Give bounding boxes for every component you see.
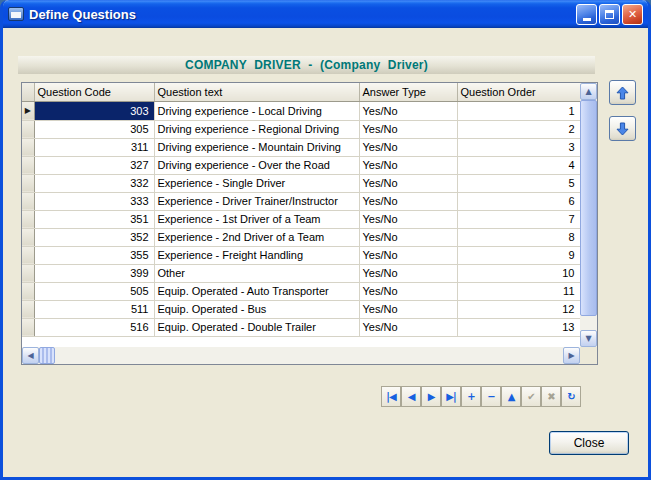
grid-cell[interactable]: Equip. Operated - Auto Transporter <box>154 282 359 300</box>
table-row[interactable]: 511Equip. Operated - BusYes/No12 <box>22 300 580 318</box>
row-selector[interactable] <box>22 174 34 192</box>
delete-record-button[interactable]: − <box>481 386 501 407</box>
grid-cell[interactable]: Experience - Freight Handling <box>154 246 359 264</box>
row-selector[interactable] <box>22 228 34 246</box>
first-record-button[interactable]: |◀ <box>381 386 401 407</box>
grid-cell[interactable]: 8 <box>457 228 580 246</box>
grid-cell[interactable]: Yes/No <box>359 101 457 120</box>
maximize-button[interactable] <box>599 4 620 25</box>
grid-cell[interactable]: Yes/No <box>359 174 457 192</box>
grid-cell[interactable]: 333 <box>34 192 154 210</box>
row-selector[interactable] <box>22 264 34 282</box>
grid-cell[interactable]: 11 <box>457 282 580 300</box>
prior-record-button[interactable]: ◀ <box>401 386 421 407</box>
grid-cell[interactable]: Driving experience - Mountain Driving <box>154 138 359 156</box>
table-row[interactable]: 351Experience - 1st Driver of a TeamYes/… <box>22 210 580 228</box>
grid-cell[interactable]: Driving experience - Local Driving <box>154 101 359 120</box>
grid-cell[interactable]: Yes/No <box>359 210 457 228</box>
grid-cell[interactable]: 303 <box>34 101 154 120</box>
grid-cell[interactable]: Yes/No <box>359 138 457 156</box>
row-selector[interactable] <box>22 156 34 174</box>
vertical-scroll-track[interactable] <box>580 100 597 330</box>
table-row[interactable]: 352Experience - 2nd Driver of a TeamYes/… <box>22 228 580 246</box>
row-selector[interactable] <box>22 282 34 300</box>
table-row[interactable]: 327Driving experience - Over the RoadYes… <box>22 156 580 174</box>
grid-cell[interactable]: Experience - 2nd Driver of a Team <box>154 228 359 246</box>
table-row[interactable]: 516Equip. Operated - Double TrailerYes/N… <box>22 318 580 336</box>
grid-cell[interactable]: 2 <box>457 120 580 138</box>
row-selector[interactable]: ▶ <box>22 101 34 120</box>
grid-cell[interactable]: Driving experience - Regional Driving <box>154 120 359 138</box>
grid-cell[interactable]: Experience - 1st Driver of a Team <box>154 210 359 228</box>
table-row[interactable]: 355Experience - Freight HandlingYes/No9 <box>22 246 580 264</box>
grid-cell[interactable]: Experience - Single Driver <box>154 174 359 192</box>
next-record-button[interactable]: ▶ <box>421 386 441 407</box>
table-row[interactable]: 332Experience - Single DriverYes/No5 <box>22 174 580 192</box>
grid-cell[interactable]: Yes/No <box>359 246 457 264</box>
grid-cell[interactable]: 1 <box>457 101 580 120</box>
minimize-button[interactable] <box>576 4 597 25</box>
row-selector[interactable] <box>22 192 34 210</box>
grid-cell[interactable]: Experience - Driver Trainer/Instructor <box>154 192 359 210</box>
grid-cell[interactable]: 511 <box>34 300 154 318</box>
close-window-button[interactable]: ✕ <box>622 4 643 25</box>
scroll-right-button[interactable]: ▶ <box>563 347 580 364</box>
row-selector[interactable] <box>22 138 34 156</box>
grid-cell[interactable]: Yes/No <box>359 300 457 318</box>
row-selector[interactable] <box>22 246 34 264</box>
row-selector[interactable] <box>22 300 34 318</box>
grid-cell[interactable]: Yes/No <box>359 192 457 210</box>
row-selector[interactable] <box>22 120 34 138</box>
grid-cell[interactable]: 12 <box>457 300 580 318</box>
col-header-question-text[interactable]: Question text <box>154 83 359 101</box>
grid-cell[interactable]: Yes/No <box>359 264 457 282</box>
grid-cell[interactable]: Driving experience - Over the Road <box>154 156 359 174</box>
grid-cell[interactable]: 9 <box>457 246 580 264</box>
grid-cell[interactable]: 351 <box>34 210 154 228</box>
col-header-answer-type[interactable]: Answer Type <box>359 83 457 101</box>
grid-cell[interactable]: 6 <box>457 192 580 210</box>
grid-cell[interactable]: 352 <box>34 228 154 246</box>
grid-cell[interactable]: 505 <box>34 282 154 300</box>
table-row[interactable]: 311Driving experience - Mountain Driving… <box>22 138 580 156</box>
grid-cell[interactable]: 13 <box>457 318 580 336</box>
row-selector[interactable] <box>22 318 34 336</box>
grid-cell[interactable]: 305 <box>34 120 154 138</box>
scroll-up-button[interactable]: ▲ <box>580 83 597 100</box>
grid-cell[interactable]: Equip. Operated - Bus <box>154 300 359 318</box>
grid-cell[interactable]: 7 <box>457 210 580 228</box>
horizontal-scrollbar[interactable]: ◀ ▶ <box>22 347 580 364</box>
horizontal-scroll-track[interactable] <box>55 347 563 364</box>
vertical-scrollbar[interactable]: ▲ ▼ <box>580 83 597 347</box>
col-header-question-code[interactable]: Question Code <box>34 83 154 101</box>
grid-cell[interactable]: Yes/No <box>359 120 457 138</box>
grid-cell[interactable]: Equip. Operated - Double Trailer <box>154 318 359 336</box>
grid-cell[interactable]: 516 <box>34 318 154 336</box>
scroll-left-button[interactable]: ◀ <box>22 347 39 364</box>
grid-cell[interactable]: Yes/No <box>359 156 457 174</box>
table-row[interactable]: ▶303Driving experience - Local DrivingYe… <box>22 101 580 120</box>
vertical-scroll-thumb[interactable] <box>580 100 597 316</box>
grid-cell[interactable]: 327 <box>34 156 154 174</box>
horizontal-scroll-thumb[interactable] <box>39 347 55 364</box>
grid-cell[interactable]: 5 <box>457 174 580 192</box>
grid-cell[interactable]: Yes/No <box>359 318 457 336</box>
col-header-question-order[interactable]: Question Order <box>457 83 580 101</box>
grid-cell[interactable]: 3 <box>457 138 580 156</box>
grid-cell[interactable]: 4 <box>457 156 580 174</box>
row-selector[interactable] <box>22 210 34 228</box>
grid-cell[interactable]: 332 <box>34 174 154 192</box>
refresh-button[interactable]: ↻ <box>561 386 581 407</box>
grid-cell[interactable]: Yes/No <box>359 228 457 246</box>
move-down-button[interactable] <box>609 116 636 141</box>
title-bar[interactable]: Define Questions ✕ <box>3 0 648 28</box>
grid-cell[interactable]: 399 <box>34 264 154 282</box>
edit-record-button[interactable]: ▲ <box>501 386 521 407</box>
table-row[interactable]: 399OtherYes/No10 <box>22 264 580 282</box>
table-row[interactable]: 505Equip. Operated - Auto TransporterYes… <box>22 282 580 300</box>
table-row[interactable]: 333Experience - Driver Trainer/Instructo… <box>22 192 580 210</box>
move-up-button[interactable] <box>609 80 636 105</box>
grid-cell[interactable]: 10 <box>457 264 580 282</box>
insert-record-button[interactable]: + <box>461 386 481 407</box>
grid-cell[interactable]: 355 <box>34 246 154 264</box>
